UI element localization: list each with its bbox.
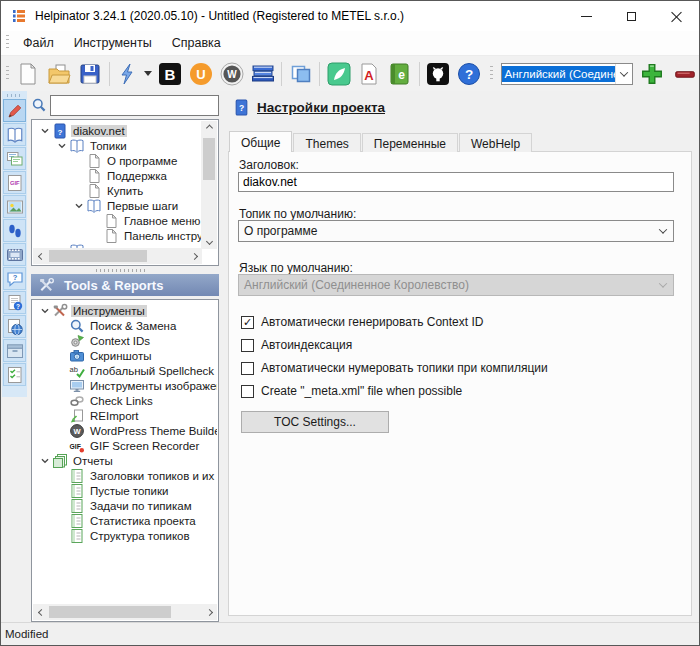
tree-item-o-programme[interactable]: О программе [33, 153, 202, 168]
tree-item-project-statistics[interactable]: Статистика проекта [33, 513, 217, 528]
tree-item-topic-structure[interactable]: Структура топиков [33, 528, 217, 543]
tree-item-poisk-zamena[interactable]: Поиск & Замена [33, 318, 217, 333]
menu-file[interactable]: Файл [13, 33, 64, 53]
scrollbar-thumb[interactable] [49, 606, 171, 618]
tree-item-report-topic-titles[interactable]: Заголовки топиков и их [33, 468, 217, 483]
tab-themes[interactable]: Themes [293, 133, 360, 152]
scrollbar-thumb[interactable] [49, 250, 147, 262]
scroll-down-arrow[interactable] [201, 233, 217, 249]
tree-item-gif-screen-recorder[interactable]: GIF Screen Recorder [33, 438, 217, 453]
tree-item-wordpress-theme-builder[interactable]: WordPress Theme Builder [33, 423, 217, 438]
toc-settings-button[interactable]: TOC Settings... [241, 411, 389, 433]
tree-item-diakov-net[interactable]: diakov.net [33, 123, 202, 138]
strip-item-faq[interactable] [3, 267, 26, 290]
remove-language-button[interactable] [670, 60, 699, 88]
tree-item-kupit[interactable]: Купить [33, 183, 202, 198]
tree-item-context-ids[interactable]: Context IDs [33, 333, 217, 348]
maximize-button[interactable] [609, 1, 654, 31]
menu-grip[interactable] [6, 35, 9, 51]
strip-item-topic-editor[interactable] [3, 99, 26, 122]
strip-item-images[interactable] [3, 195, 26, 218]
menu-tools[interactable]: Инструменты [64, 33, 162, 53]
checkbox-auto-number-topics[interactable] [241, 362, 254, 375]
wordpress-export-button[interactable] [218, 60, 245, 88]
scroll-right-arrow[interactable] [201, 604, 217, 620]
import-icon [69, 408, 85, 424]
strip-item-checklist[interactable] [3, 363, 26, 386]
project-tree-vertical-scrollbar[interactable] [201, 121, 217, 249]
tools-reports-header: Tools & Reports [31, 274, 219, 296]
pdf-export-button[interactable] [356, 60, 383, 88]
bootstrap-export-button[interactable] [157, 60, 184, 88]
scroll-left-arrow[interactable] [33, 604, 49, 620]
tree-item-reimport[interactable]: REImport [33, 408, 217, 423]
tree-item-topiki[interactable]: Топики [33, 138, 202, 153]
books-export-button[interactable] [249, 60, 276, 88]
epub-export-button[interactable] [387, 60, 414, 88]
monitor-icon [69, 378, 85, 394]
strip-item-library[interactable] [3, 123, 26, 146]
strip-item-gif-files[interactable] [3, 171, 26, 194]
scrollbar-thumb[interactable] [203, 138, 215, 180]
tree-item-podderzhka[interactable]: Поддержка [33, 168, 202, 183]
tree-item-pervye-shagi[interactable]: Первые шаги [33, 198, 202, 213]
tools-tree: Инструменты Поиск & Замена Context IDs С… [31, 299, 219, 622]
panel-splitter-grip[interactable] [96, 269, 146, 272]
tree-item-skrinshoty[interactable]: Скриншоты [33, 348, 217, 363]
tree-item-image-tools[interactable]: Инструменты изображен [33, 378, 217, 393]
default-topic-select[interactable]: О программе [238, 220, 674, 242]
minimize-button[interactable] [564, 1, 609, 31]
project-title-input[interactable] [238, 172, 674, 192]
toolbar-grip[interactable] [6, 66, 9, 82]
strip-item-snippets[interactable] [3, 147, 26, 170]
language-select[interactable]: Английский (Соединенн [501, 63, 634, 85]
box-icon [6, 342, 24, 360]
language-select-dropdown-button[interactable] [615, 64, 632, 84]
tree-item-global-spellcheck[interactable]: Глобальный Spellcheck [33, 363, 217, 378]
strip-item-web[interactable] [3, 315, 26, 338]
tree-item-check-links[interactable]: Check Links [33, 393, 217, 408]
project-tree-horizontal-scrollbar[interactable] [33, 248, 202, 264]
scroll-right-arrow[interactable] [186, 248, 202, 264]
search-input[interactable] [50, 95, 219, 116]
open-project-button[interactable] [46, 60, 73, 88]
strip-item-help-topics[interactable] [3, 291, 26, 314]
tree-item-glavnoe-menyu[interactable]: Главное меню [33, 213, 202, 228]
github-export-button[interactable] [425, 60, 452, 88]
tree-item-otchety[interactable]: Отчеты [33, 453, 217, 468]
help-button[interactable] [456, 60, 483, 88]
compile-button[interactable] [115, 60, 142, 88]
add-language-button[interactable] [637, 60, 666, 88]
tree-item-panel-instrumentov[interactable]: Панель инструментов [33, 228, 202, 243]
footprints-icon [6, 222, 24, 240]
tree-item-instrumenty[interactable]: Инструменты [33, 303, 217, 318]
strip-item-videos[interactable] [3, 243, 26, 266]
scroll-left-arrow[interactable] [33, 248, 49, 264]
save-button[interactable] [77, 60, 104, 88]
strip-grip[interactable] [7, 94, 23, 97]
chevron-down-icon [38, 454, 52, 468]
tree-item-topic-tasks[interactable]: Задачи по типикам [33, 498, 217, 513]
page-question-icon [6, 294, 24, 312]
uservoice-export-button[interactable] [187, 60, 214, 88]
tools-tree-horizontal-scrollbar[interactable] [33, 604, 217, 620]
winhelp-export-button[interactable] [287, 60, 314, 88]
new-project-button[interactable] [15, 60, 42, 88]
tab-obshchie[interactable]: Общие [229, 131, 292, 152]
strip-item-step-sequences[interactable] [3, 219, 26, 242]
strip-item-package[interactable] [3, 339, 26, 362]
spellcheck-icon [69, 363, 85, 379]
tab-peremennye[interactable]: Переменные [362, 133, 458, 152]
menu-help[interactable]: Справка [162, 33, 231, 53]
tree-item-empty-topics[interactable]: Пустые топики [33, 483, 217, 498]
compile-dropdown-caret[interactable] [144, 71, 152, 76]
checkbox-create-meta-xml[interactable] [241, 385, 254, 398]
checkbox-auto-context-id[interactable]: ✓ [241, 316, 254, 329]
close-button[interactable] [654, 1, 699, 31]
language-toolbar-grip[interactable] [490, 66, 493, 82]
gif-record-icon [69, 438, 85, 454]
scroll-up-arrow[interactable] [201, 121, 217, 137]
checkbox-autoindex[interactable] [241, 339, 254, 352]
tab-webhelp[interactable]: WebHelp [459, 133, 532, 152]
markdown-export-button[interactable] [325, 60, 352, 88]
